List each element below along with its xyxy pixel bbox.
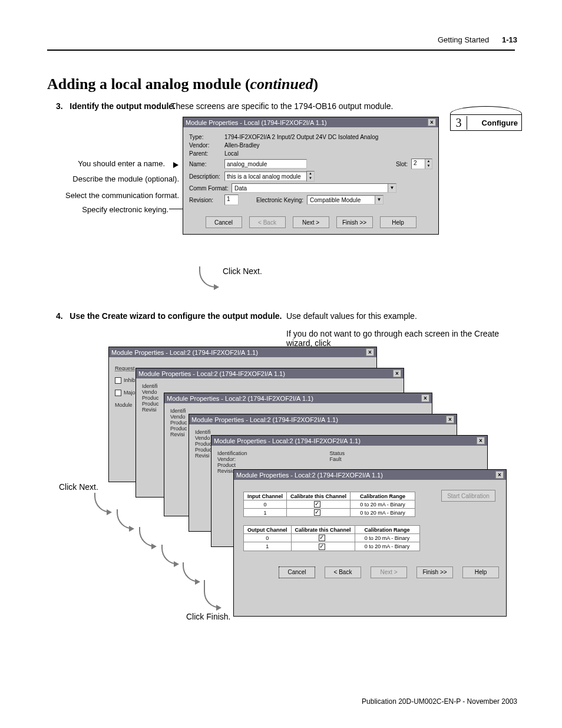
step4-p2: If you do not want to go through each sc… (286, 329, 516, 348)
ekey-select[interactable]: Compatible Module ▼ (307, 195, 384, 205)
table-row: 10 to 20 mA - Binary (244, 509, 415, 517)
close-icon[interactable]: × (477, 437, 485, 444)
ekey-label: Electronic Keying: (256, 197, 303, 203)
callout-comm: Select the communication format. (47, 191, 179, 200)
cancel-button[interactable]: Cancel (206, 216, 242, 228)
back-button[interactable]: < Back (325, 566, 361, 578)
descr-label: Description: (189, 173, 224, 180)
close-icon[interactable]: × (446, 416, 454, 423)
arrow-curve-icon (139, 527, 156, 547)
checkbox[interactable] (314, 501, 320, 508)
spinner-up-icon[interactable]: ▲ (425, 159, 432, 164)
checkbox[interactable] (115, 390, 121, 396)
configure-num: 3 (451, 116, 467, 130)
callout-name: You should enter a name. (47, 159, 165, 168)
input-cal-table: Input Channel Calibrate this Channel Cal… (243, 492, 415, 517)
comm-label: Comm Format: (189, 185, 232, 192)
type-value: 1794-IF2XOF2I/A 2 Input/2 Output 24V DC … (224, 134, 432, 140)
close-icon[interactable]: × (393, 370, 401, 377)
click-next-label: Click Next. (223, 266, 262, 276)
vendor-value: Allen-Bradley (224, 142, 432, 149)
rev-spinner[interactable]: 1 (224, 195, 239, 205)
click-next-label-2: Click Next. (59, 482, 98, 492)
name-input[interactable] (224, 159, 307, 169)
arrow-curve-icon (183, 562, 199, 582)
spinner-down-icon[interactable]: ▼ (425, 164, 432, 169)
output-cal-table: Output Channel Calibrate this Channel Ca… (243, 525, 420, 551)
back-button[interactable]: < Back (249, 216, 286, 228)
step3-desc: These screens are specific to the 1794-O… (171, 101, 393, 111)
header-page: 1-13 (502, 35, 517, 44)
step4: 4. Use the Create wizard to configure th… (56, 311, 282, 321)
checkbox[interactable] (319, 535, 325, 541)
arrow-curve-icon (199, 266, 218, 288)
checkbox[interactable] (115, 377, 121, 384)
help-button[interactable]: Help (462, 566, 499, 578)
parent-label: Parent: (189, 150, 224, 157)
slot-spinner[interactable]: 2 ▲▼ (411, 159, 432, 169)
next-button[interactable]: Next > (371, 566, 407, 578)
step3: 3. Identify the output module. (56, 101, 176, 111)
footer: Publication 20D-UM002C-EN-P - November 2… (362, 697, 517, 706)
header-section: Getting Started (438, 35, 489, 44)
cancel-button[interactable]: Cancel (279, 566, 315, 578)
descr-scroll[interactable]: ▲▼ (306, 171, 315, 182)
module-properties-dialog: Module Properties - Local (1794-IF2XOF2I… (183, 117, 439, 235)
click-finish-label: Click Finish. (186, 612, 230, 621)
callout-desc: Describe the module (optional). (47, 174, 179, 183)
wizard-window-6: Module Properties - Local:2 (1794-IF2XOF… (233, 469, 507, 617)
close-icon[interactable]: × (421, 394, 429, 402)
header-rule (47, 50, 515, 51)
arrow-curve-icon (94, 493, 111, 513)
dialog-title: Module Properties - Local (1794-IF2XOF2I… (186, 119, 327, 126)
configure-tab: 3 Configure (450, 114, 522, 131)
comm-select[interactable]: Data ▼ (232, 183, 396, 193)
table-row: 00 to 20 mA - Binary (244, 534, 420, 542)
start-calibration-button[interactable]: Start Calibration (441, 490, 495, 502)
callout-key: Specify electronic keying. (59, 205, 168, 214)
checkbox[interactable] (319, 543, 325, 550)
rev-label: Revision: (189, 197, 224, 203)
descr-input[interactable] (224, 172, 307, 181)
configure-label: Configure (467, 118, 521, 127)
arrow-curve-icon (204, 580, 220, 608)
page-header: Getting Started 1-13 (438, 35, 517, 44)
close-icon[interactable]: × (428, 118, 436, 126)
checkbox[interactable] (314, 509, 320, 516)
slot-label: Slot: (396, 161, 408, 167)
help-button[interactable]: Help (380, 216, 416, 228)
step4-p1: Use default values for this example. (286, 311, 417, 321)
close-icon[interactable]: × (495, 471, 504, 479)
finish-button[interactable]: Finish >> (416, 566, 453, 578)
close-icon[interactable]: × (366, 348, 374, 356)
arrow-curve-icon (161, 545, 178, 565)
next-button[interactable]: Next > (293, 216, 329, 228)
arrow-curve-icon (117, 509, 133, 529)
page-title: Adding a local analog module (continued) (47, 75, 318, 93)
arrow-icon (173, 162, 178, 168)
finish-button[interactable]: Finish >> (336, 216, 373, 228)
name-label: Name: (189, 161, 224, 167)
chevron-down-icon: ▼ (388, 184, 396, 192)
titlebar[interactable]: Module Properties - Local (1794-IF2XOF2I… (183, 117, 438, 127)
chevron-down-icon: ▼ (375, 196, 383, 204)
parent-value: Local (224, 150, 432, 157)
type-label: Type: (189, 134, 224, 140)
table-row: 00 to 20 mA - Binary (244, 500, 415, 509)
table-row: 10 to 20 mA - Binary (244, 542, 420, 551)
vendor-label: Vendor: (189, 142, 224, 149)
